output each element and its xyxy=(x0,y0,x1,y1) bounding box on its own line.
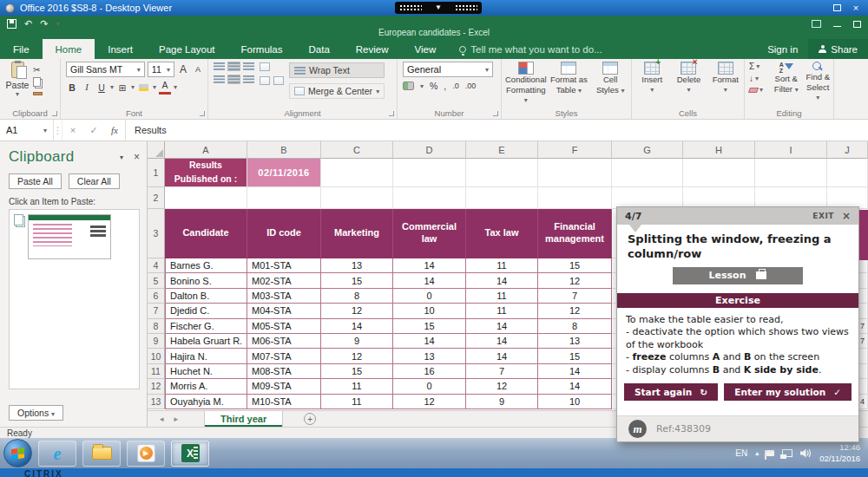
share-button[interactable]: Share xyxy=(808,39,868,59)
table-header-tax-law[interactable]: Tax law xyxy=(466,209,538,258)
cell-mark[interactable]: 0 xyxy=(393,289,466,304)
font-name-combo[interactable]: Gill Sans MT▾ xyxy=(66,62,145,77)
cell-candidate[interactable]: Huchet N. xyxy=(165,364,247,379)
cell[interactable] xyxy=(393,159,466,187)
column-header-C[interactable]: C xyxy=(321,141,393,159)
cell-mark[interactable]: 12 xyxy=(321,349,393,363)
cell-candidate[interactable]: Ouyahyia M. xyxy=(165,395,247,409)
cell-mark[interactable]: 14 xyxy=(466,334,538,349)
cell-mark[interactable]: 11 xyxy=(466,304,538,318)
confirm-entry-icon[interactable]: ✓ xyxy=(83,120,104,140)
cell-candidate[interactable]: Hajira N. xyxy=(165,349,247,363)
clipboard-item-thumbnail[interactable] xyxy=(28,214,111,259)
fill-color-dropdown-icon[interactable]: ▾ xyxy=(153,83,156,91)
copy-icon[interactable] xyxy=(33,77,41,87)
column-header-B[interactable]: B xyxy=(247,141,321,159)
cell-mark[interactable]: 12 xyxy=(538,304,612,318)
tab-page-layout[interactable]: Page Layout xyxy=(146,39,228,59)
column-header-F[interactable]: F xyxy=(538,141,612,159)
underline-dropdown-icon[interactable]: ▾ xyxy=(110,83,114,91)
cell[interactable] xyxy=(538,187,612,209)
row-header-9[interactable]: 9 xyxy=(148,334,165,349)
tutorial-exit-button[interactable]: EXIT xyxy=(812,212,834,220)
cell[interactable] xyxy=(827,159,868,187)
format-painter-icon[interactable] xyxy=(33,92,43,95)
lesson-button[interactable]: Lesson xyxy=(673,267,803,284)
tell-me-box[interactable]: Tell me what you want to do... xyxy=(459,39,602,59)
row-header-3[interactable]: 3 xyxy=(148,209,165,258)
tab-home[interactable]: Home xyxy=(43,39,95,59)
action-center-flag-icon[interactable] xyxy=(766,450,774,456)
alignment-dialog-launcher[interactable] xyxy=(389,111,394,116)
increase-indent-icon[interactable] xyxy=(273,76,284,85)
accounting-dropdown-icon[interactable]: ▾ xyxy=(420,82,424,90)
cell-mark[interactable]: 15 xyxy=(321,273,393,288)
cell[interactable] xyxy=(247,187,321,209)
taskbar-file-explorer[interactable] xyxy=(82,441,121,467)
pane-options-dropdown-icon[interactable]: ▾ xyxy=(120,154,123,161)
cancel-entry-icon[interactable]: × xyxy=(62,120,83,140)
cell-a1[interactable]: ResultsPublished on : xyxy=(165,159,247,187)
cell-id-code[interactable]: M07-STA xyxy=(247,349,321,363)
row-header-13[interactable]: 13 xyxy=(148,395,165,409)
cell-id-code[interactable]: M05-STA xyxy=(247,319,321,334)
cell-id-code[interactable]: M04-STA xyxy=(247,304,321,318)
cell[interactable] xyxy=(755,159,827,187)
clipboard-dialog-launcher[interactable] xyxy=(52,111,57,116)
cell-mark[interactable]: 14 xyxy=(393,258,466,273)
cell-mark[interactable]: 14 xyxy=(393,273,466,288)
cell-candidate[interactable]: Djedid C. xyxy=(165,304,247,318)
cell-mark[interactable]: 11 xyxy=(321,395,393,409)
pane-close-icon[interactable]: × xyxy=(134,151,140,163)
cell-mark[interactable]: 10 xyxy=(538,395,612,409)
sign-in-button[interactable]: Sign in xyxy=(757,39,808,59)
merge-center-button[interactable]: Merge & Center ▾ xyxy=(289,83,385,99)
column-header-I[interactable]: I xyxy=(755,141,827,159)
cell[interactable] xyxy=(321,159,393,187)
cell-mark[interactable]: 8 xyxy=(321,289,393,304)
tab-data[interactable]: Data xyxy=(296,39,343,59)
cell-mark[interactable]: 12 xyxy=(538,273,612,288)
name-box[interactable]: A1 ▾ xyxy=(0,120,54,140)
cell[interactable] xyxy=(393,187,466,209)
cell-mark[interactable]: 14 xyxy=(466,273,538,288)
cell-id-code[interactable]: M10-STA xyxy=(247,395,321,409)
cell-mark[interactable]: 14 xyxy=(393,334,466,349)
cell-mark[interactable]: 14 xyxy=(538,364,612,379)
decrease-indent-icon[interactable] xyxy=(260,76,270,85)
row-header-5[interactable]: 5 xyxy=(148,273,165,288)
accounting-format-icon[interactable] xyxy=(403,82,414,90)
clear-icon[interactable] xyxy=(748,88,759,93)
tab-review[interactable]: Review xyxy=(343,39,402,59)
tab-insert[interactable]: Insert xyxy=(95,39,146,59)
cell-mark[interactable]: 15 xyxy=(321,364,393,379)
underline-button[interactable]: U xyxy=(95,80,108,95)
cell-mark[interactable]: 8 xyxy=(538,319,612,334)
autosum-icon[interactable]: Σ xyxy=(749,62,754,71)
table-header-financial-management[interactable]: Financial management xyxy=(538,209,612,258)
ribbon-display-options-icon[interactable] xyxy=(812,20,821,28)
cell-id-code[interactable]: M08-STA xyxy=(247,364,321,379)
cell[interactable] xyxy=(165,187,247,209)
align-middle-icon[interactable] xyxy=(228,62,240,70)
row-header-6[interactable]: 6 xyxy=(148,289,165,304)
cut-icon[interactable]: ✂ xyxy=(33,65,40,75)
shrink-font-icon[interactable]: A xyxy=(192,62,204,77)
cell-mark[interactable]: 12 xyxy=(466,379,538,394)
language-indicator[interactable]: EN xyxy=(735,448,747,458)
tab-formulas[interactable]: Formulas xyxy=(228,39,296,59)
cell-candidate[interactable]: Fischer G. xyxy=(165,319,247,334)
row-header-7[interactable]: 7 xyxy=(148,304,165,318)
cell-id-code[interactable]: M06-STA xyxy=(247,334,321,349)
row-header-2[interactable]: 2 xyxy=(148,187,165,209)
font-size-combo[interactable]: 11▾ xyxy=(148,62,174,77)
cell-mark[interactable]: 15 xyxy=(393,319,466,334)
cell-id-code[interactable]: M03-STA xyxy=(247,289,321,304)
cell-mark[interactable]: 13 xyxy=(538,334,612,349)
show-hidden-icons[interactable]: ▴ xyxy=(755,449,759,457)
previous-sheet-icon[interactable]: ◂ xyxy=(160,415,164,423)
cell-mark[interactable]: 0 xyxy=(393,379,466,394)
cell-mark[interactable]: 16 xyxy=(393,364,466,379)
pane-options-button[interactable]: Options ▾ xyxy=(9,405,63,421)
cell-mark[interactable]: 11 xyxy=(466,289,538,304)
